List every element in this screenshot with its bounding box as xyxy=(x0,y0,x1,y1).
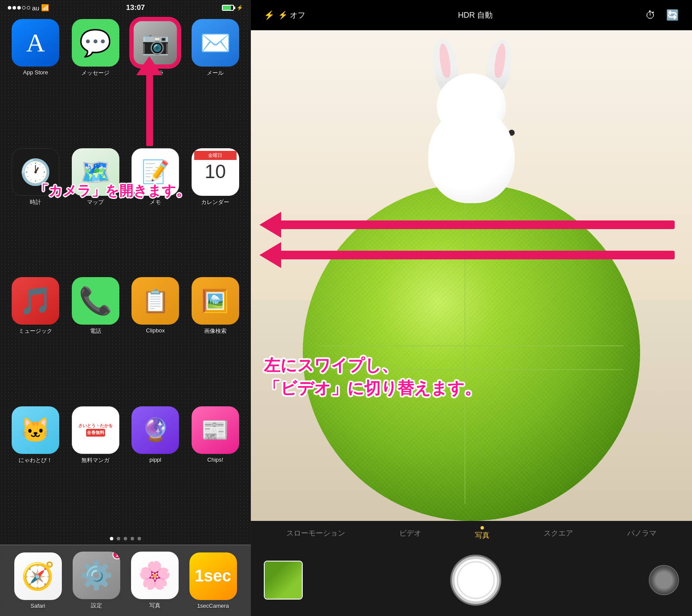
camera-timer-icon[interactable]: ⏱ xyxy=(645,9,656,21)
battery-fill xyxy=(223,6,231,10)
page-dot-1 xyxy=(110,537,113,540)
app-icon-nyawotobi-img: 🐱 xyxy=(12,406,59,454)
app-icon-maps[interactable]: 🗺️ マップ xyxy=(68,148,124,270)
shutter-button[interactable] xyxy=(452,556,500,604)
camera-flash-control[interactable]: ⚡ ⚡ オフ xyxy=(264,10,305,20)
ball-grid-h1 xyxy=(320,345,623,346)
swipe-arrow-1 xyxy=(260,216,675,233)
bunny-body xyxy=(428,108,515,203)
app-icon-messages-img: 💬 xyxy=(72,19,119,67)
iphone-home-screen: au 📶 13:07 ⚡ A App Store 💬 メッセージ xyxy=(0,0,251,616)
page-dot-4 xyxy=(131,537,134,540)
viewfinder-scene: 左にスワイプし、「ビデオ」に切り替えます。 xyxy=(251,30,692,521)
app-icon-appstore[interactable]: A App Store xyxy=(8,19,64,140)
camera-flip-icon[interactable]: 🔄 xyxy=(666,9,679,21)
dock-icon-settings-img: ⚙️ 1 xyxy=(73,552,120,599)
page-dot-5 xyxy=(138,537,141,540)
camera-emoji: 📷 xyxy=(141,30,170,56)
app-icon-imagesearch-img: 🖼️ xyxy=(192,277,239,325)
app-icon-pippl[interactable]: 🔮 pippl xyxy=(128,406,183,528)
mode-slowmotion[interactable]: スローモーション xyxy=(286,528,345,538)
dock-icon-1seccamera[interactable]: 1sec 1secCamera xyxy=(189,552,237,609)
instruction-text-right: 左にスワイプし、「ビデオ」に切り替えます。 xyxy=(264,354,481,400)
app-label-messages: メッセージ xyxy=(81,69,109,77)
page-dot-3 xyxy=(124,537,127,540)
signal-dot-1 xyxy=(8,6,11,10)
green-ball xyxy=(303,184,640,521)
app-grid: A App Store 💬 メッセージ 📷 カメラ ✉️ メール xyxy=(0,14,251,533)
app-label-pippl: pippl xyxy=(150,456,161,463)
app-icon-imagesearch[interactable]: 🖼️ 画像検索 xyxy=(188,277,243,399)
photos-icon: 🌸 xyxy=(138,560,171,591)
flash-icon: ⚡ xyxy=(264,10,275,20)
settings-badge: 1 xyxy=(112,552,120,559)
app-icon-music[interactable]: 🎵 ミュージック xyxy=(8,277,64,399)
mode-video[interactable]: ビデオ xyxy=(399,528,421,538)
camera-hdr-control[interactable]: HDR 自動 xyxy=(458,10,493,20)
arrow-up-body xyxy=(146,68,153,146)
signal-dot-4 xyxy=(22,6,26,10)
phone-emoji: 📞 xyxy=(79,285,112,316)
calendar-date: 10 xyxy=(205,161,226,182)
live-photo-toggle[interactable] xyxy=(649,565,679,595)
dock-label-photos: 写真 xyxy=(149,602,160,610)
dock-label-settings: 設定 xyxy=(91,602,102,610)
camera-thumbnail[interactable] xyxy=(264,561,303,600)
app-icon-phone-img: 📞 xyxy=(72,277,119,325)
app-icon-camera[interactable]: 📷 カメラ xyxy=(128,19,183,140)
app-icon-phone[interactable]: 📞 電話 xyxy=(68,277,124,399)
arrow1-head xyxy=(260,212,281,238)
app-icon-calendar-img: 金曜日 10 xyxy=(192,148,239,196)
app-icon-calendar[interactable]: 金曜日 10 カレンダー xyxy=(188,148,243,270)
app-label-nyawotobi: にゃわとび！ xyxy=(19,456,52,464)
dock-icon-photos[interactable]: 🌸 写真 xyxy=(131,552,179,610)
signal-dot-5 xyxy=(27,6,30,10)
app-icon-clock[interactable]: 🕐 時計 xyxy=(8,148,64,270)
camera-controls xyxy=(251,544,692,616)
app-icon-messages[interactable]: 💬 メッセージ xyxy=(68,19,124,140)
mode-active-dot xyxy=(481,526,484,530)
camera-viewfinder[interactable]: 左にスワイプし、「ビデオ」に切り替えます。 xyxy=(251,30,692,521)
dock-icon-settings[interactable]: ⚙️ 1 設定 xyxy=(73,552,120,610)
1sec-label: 1sec xyxy=(195,567,231,585)
memo-emoji: 📝 xyxy=(141,159,170,185)
calendar-day-label: 金曜日 xyxy=(194,151,237,160)
mode-photo[interactable]: 写真 xyxy=(475,530,490,540)
app-icon-pippl-img: 🔮 xyxy=(131,406,179,454)
status-bar-right: ⚡ xyxy=(222,5,243,11)
dock: 🧭 Safari ⚙️ 1 設定 🌸 写真 1sec 1secCamera xyxy=(0,545,251,616)
app-icon-chips-img: 📰 xyxy=(192,406,239,454)
dock-icon-1seccam-img: 1sec xyxy=(189,552,237,600)
app-icon-clipbox-img: 📋 xyxy=(131,277,179,325)
app-icon-appstore-img: A xyxy=(12,19,59,67)
music-note-icon: 🎵 xyxy=(19,285,52,316)
bunny-ear-right-inner xyxy=(493,43,507,78)
status-bar: au 📶 13:07 ⚡ xyxy=(0,0,251,14)
app-icon-nyawotobi[interactable]: 🐱 にゃわとび！ xyxy=(8,406,64,528)
app-icon-mail[interactable]: ✉️ メール xyxy=(188,19,243,140)
camera-top-right: ⏱ 🔄 xyxy=(645,9,679,21)
app-icon-chips[interactable]: 📰 Chips! xyxy=(188,406,243,528)
app-icon-memo[interactable]: 📝 メモ xyxy=(128,148,183,270)
app-icon-clipbox[interactable]: 📋 Clipbox xyxy=(128,277,183,399)
bunny xyxy=(402,39,541,203)
dock-icon-safari[interactable]: 🧭 Safari xyxy=(14,552,62,609)
mode-photo-container: 写真 xyxy=(475,526,490,540)
lightning-icon: ⚡ xyxy=(237,5,243,11)
safari-icon: 🧭 xyxy=(21,561,54,592)
thumbnail-image xyxy=(265,562,302,599)
swipe-arrow-2 xyxy=(260,246,675,264)
arrow1-body xyxy=(281,220,675,229)
app-icon-manga[interactable]: さいとう・たかを 全巻無料 無料マンガ xyxy=(68,406,124,528)
settings-gear-icon: ⚙️ xyxy=(80,560,113,591)
mode-panorama[interactable]: パノラマ xyxy=(627,528,657,538)
app-label-phone: 電話 xyxy=(90,327,101,335)
status-bar-time: 13:07 xyxy=(126,3,145,12)
signal-dot-2 xyxy=(13,6,16,10)
dock-label-safari: Safari xyxy=(31,603,45,609)
mode-square[interactable]: スクエア xyxy=(544,528,573,538)
nyawotobi-emoji: 🐱 xyxy=(20,416,51,444)
chips-emoji: 📰 xyxy=(201,417,229,443)
app-label-music: ミュージック xyxy=(19,327,52,335)
camera-mode-selector: スローモーション ビデオ 写真 スクエア パノラマ xyxy=(251,521,692,544)
